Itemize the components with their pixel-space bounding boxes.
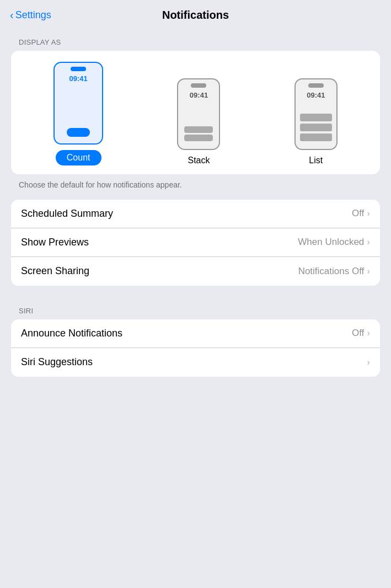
show-previews-row[interactable]: Show Previews When Unlocked › xyxy=(11,228,380,257)
stack-bars-icon xyxy=(184,126,213,141)
display-options-row: 09:41 Count 09:41 Stack xyxy=(11,51,380,174)
list-bar-3 xyxy=(300,133,332,141)
list-bar-1 xyxy=(300,114,332,121)
list-phone-mockup: 09:41 xyxy=(294,78,338,150)
scheduled-summary-value: Off xyxy=(352,208,364,219)
chevron-left-icon: ‹ xyxy=(10,9,14,20)
show-previews-value-group: When Unlocked › xyxy=(298,237,370,248)
screen-sharing-label: Screen Sharing xyxy=(21,265,89,277)
back-button[interactable]: ‹ Settings xyxy=(10,9,51,21)
display-as-section-label: DISPLAY AS xyxy=(0,28,391,51)
count-phone-time: 09:41 xyxy=(69,74,88,83)
siri-suggestions-label: Siri Suggestions xyxy=(21,356,93,368)
siri-suggestions-value-group: › xyxy=(364,357,370,368)
count-bubble-icon xyxy=(67,128,90,137)
back-label: Settings xyxy=(15,9,51,21)
announce-notifications-value: Off xyxy=(352,328,364,339)
announce-notifications-value-group: Off › xyxy=(352,328,370,339)
screen-sharing-chevron: › xyxy=(367,266,370,277)
display-option-count[interactable]: 09:41 Count xyxy=(53,62,103,165)
scheduled-summary-value-group: Off › xyxy=(352,208,370,219)
scheduled-summary-label: Scheduled Summary xyxy=(21,208,113,220)
spacer-1 xyxy=(0,286,391,297)
announce-notifications-chevron: › xyxy=(367,328,370,339)
list-phone-body xyxy=(296,99,336,149)
siri-section-label: SIRI xyxy=(0,297,391,319)
display-option-list[interactable]: 09:41 List xyxy=(294,78,338,165)
screen-sharing-value: Notifications Off xyxy=(298,266,365,277)
list-bars-icon xyxy=(296,114,336,141)
stack-phone-body xyxy=(178,99,219,149)
header: ‹ Settings Notifications xyxy=(0,0,391,28)
count-phone-topbar xyxy=(71,67,86,71)
scheduled-summary-row[interactable]: Scheduled Summary Off › xyxy=(11,200,380,228)
display-helper-text: Choose the default for how notifications… xyxy=(0,174,391,200)
list-phone-topbar xyxy=(308,83,324,88)
count-phone-body xyxy=(55,83,102,143)
count-label: Count xyxy=(56,150,101,165)
siri-suggestions-chevron: › xyxy=(367,357,370,368)
announce-notifications-row[interactable]: Announce Notifications Off › xyxy=(11,319,380,348)
stack-bar-1 xyxy=(184,126,213,133)
count-phone-mockup: 09:41 xyxy=(53,62,103,145)
show-previews-value: When Unlocked xyxy=(298,237,364,248)
announce-notifications-label: Announce Notifications xyxy=(21,328,122,339)
screen-sharing-value-group: Notifications Off › xyxy=(298,266,370,277)
display-as-card: 09:41 Count 09:41 Stack xyxy=(11,51,380,174)
scheduled-summary-chevron: › xyxy=(367,208,370,219)
siri-rows-card: Announce Notifications Off › Siri Sugges… xyxy=(11,319,380,377)
stack-phone-time: 09:41 xyxy=(190,91,208,99)
show-previews-label: Show Previews xyxy=(21,237,89,248)
display-option-stack[interactable]: 09:41 Stack xyxy=(177,78,220,165)
page-title: Notifications xyxy=(162,9,229,22)
screen-sharing-row[interactable]: Screen Sharing Notifications Off › xyxy=(11,257,380,286)
settings-rows-card: Scheduled Summary Off › Show Previews Wh… xyxy=(11,200,380,286)
show-previews-chevron: › xyxy=(367,237,370,248)
list-label: List xyxy=(309,156,323,165)
list-phone-time: 09:41 xyxy=(307,91,325,99)
stack-bar-2 xyxy=(184,135,213,141)
list-bar-2 xyxy=(300,124,332,131)
siri-suggestions-row[interactable]: Siri Suggestions › xyxy=(11,348,380,377)
stack-label: Stack xyxy=(188,156,210,165)
stack-phone-topbar xyxy=(191,83,206,88)
stack-phone-mockup: 09:41 xyxy=(177,78,220,150)
